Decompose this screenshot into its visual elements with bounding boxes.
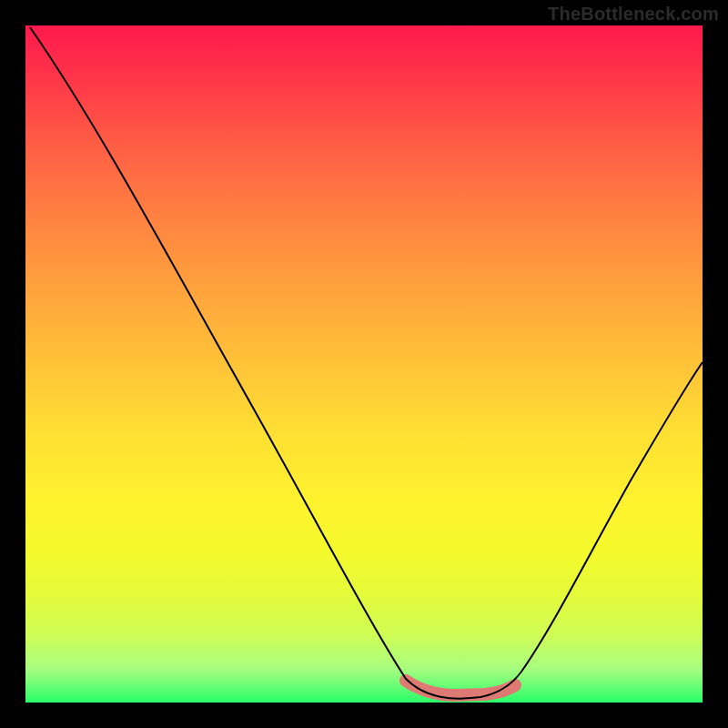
optimal-range-highlight <box>406 681 515 695</box>
bottleneck-curve <box>30 27 703 699</box>
plot-area <box>25 25 703 703</box>
watermark-text: TheBottleneck.com <box>548 4 719 25</box>
chart-svg <box>25 25 703 703</box>
chart-container: TheBottleneck.com <box>0 0 728 728</box>
